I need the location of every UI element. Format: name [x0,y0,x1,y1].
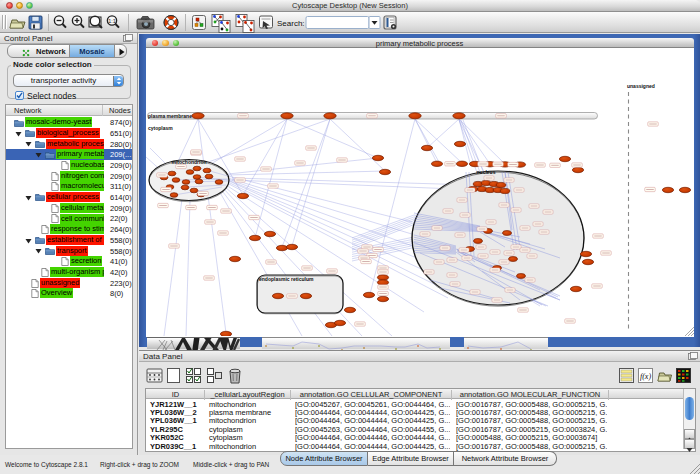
svg-text:cytoplasm: cytoplasm [148,125,173,131]
svg-text:1:1: 1:1 [108,18,116,24]
svg-text:unassigned: unassigned [627,83,655,89]
svg-text:plasma membrane: plasma membrane [148,113,192,119]
svg-text:f(x): f(x) [640,372,651,381]
svg-text:nucleus: nucleus [477,169,496,175]
svg-text:endoplasmic reticulum: endoplasmic reticulum [259,276,314,282]
svg-text:Search:: Search: [277,19,305,28]
svg-text:mitochondrion: mitochondrion [172,159,207,165]
